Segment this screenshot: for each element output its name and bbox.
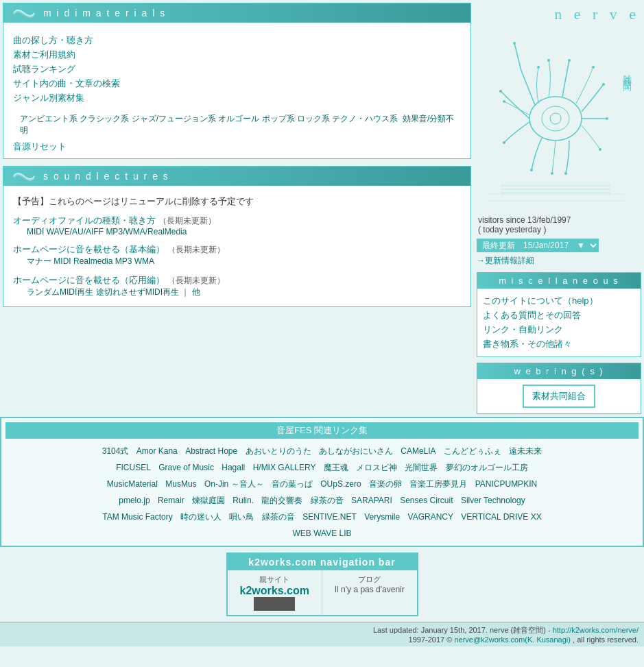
midi-nav-link-0[interactable]: 曲の探し方・聴き方 (13, 35, 93, 45)
fes-link-3104[interactable]: 3104式 (102, 446, 129, 456)
fes-link-onoha[interactable]: 音の葉っぱ (272, 479, 313, 489)
fes-link-tam[interactable]: TAM Music Factory (102, 512, 172, 522)
fes-link-sentive[interactable]: SENTIVE.NET (302, 512, 357, 522)
fes-link-webwave[interactable]: WEB WAVE LIB (292, 529, 351, 538)
midi-nav-link-4[interactable]: ジャンル別素材集 (13, 93, 84, 103)
misc-links: このサイトについて（help） よくある質問とその回答 リンク・自動リンク 書き… (477, 289, 641, 356)
lecture-sub-link-2-0[interactable]: ランダムMIDI再生 (27, 287, 93, 297)
svg-point-8 (513, 42, 516, 45)
fes-link-grave[interactable]: Grave of Music (158, 463, 214, 472)
genre-link-orgel[interactable]: オルゴール (218, 114, 259, 123)
fes-link-amor[interactable]: Amor Kana (136, 446, 178, 456)
fes-link-toumikai[interactable]: 遠未未来 (509, 446, 542, 456)
fes-link-musmus[interactable]: MusMus (165, 479, 196, 489)
fes-link-ashinaga[interactable]: あしながおにいさん (319, 446, 393, 456)
fes-header: 音屋FES 関連リンク集 (5, 422, 639, 439)
fes-link-vagrancy[interactable]: VAGRANCY (408, 512, 453, 522)
fes-link-ficusel[interactable]: FICUSEL (116, 463, 151, 472)
misc-link-0[interactable]: このサイトについて（help） (483, 295, 598, 306)
lecture-sub-link-1-3[interactable]: MP3 (115, 256, 132, 266)
lecture-link-2[interactable]: ホームページに音を載せる（応用編） (13, 275, 165, 285)
footer-nerve-url[interactable]: http://k2works.com/nerve/ (553, 626, 639, 634)
fes-link-silver[interactable]: Silver Technology (461, 496, 525, 505)
lecture-link-0[interactable]: オーディオファイルの種類・聴き方 (13, 215, 156, 226)
genre-link-techno[interactable]: テクノ・ハウス系 (332, 114, 398, 123)
misc-link-2[interactable]: リンク・自動リンク (483, 324, 563, 335)
k2works-site-name: k2works.com (232, 585, 318, 597)
fes-link-toki[interactable]: 時の迷い人 (180, 512, 222, 522)
misc-link-item-0: このサイトについて（help） (483, 295, 635, 307)
midi-nav-list: 曲の探し方・聴き方 素材ご利用規約 試聴ランキング サイト内の曲・文章の検索 ジ… (13, 28, 461, 110)
misc-link-1[interactable]: よくある質問とその回答 (483, 310, 581, 320)
lecture-sub-link-1-1[interactable]: MIDI (53, 256, 71, 266)
fes-link-onjin[interactable]: On-Jin ～音人～ (204, 479, 264, 489)
lecture-sub-link-1-0[interactable]: マナー (27, 256, 51, 266)
midi-nav-item-1: 素材ご利用規約 (13, 49, 461, 61)
fes-link-hagall[interactable]: Hagall (222, 463, 245, 472)
lecture-sub-2: ランダムMIDI再生 途切れさせずMIDI再生 ｜ 他 (27, 287, 461, 298)
fes-link-verysmile[interactable]: Verysmile (364, 512, 400, 522)
fes-link-orgel[interactable]: 夢幻のオルゴール工房 (446, 463, 528, 472)
fes-link-hmix[interactable]: H/MIX GALLERY (253, 463, 316, 472)
lecture-link-1[interactable]: ホームページに音を載せる（基本編） (13, 244, 165, 254)
midi-nav-link-1[interactable]: 素材ご利用規約 (13, 49, 75, 60)
k2works-parent-link[interactable]: k2works.com (232, 585, 318, 608)
fes-link-vdxx[interactable]: VERTICAL DRIVE XX (461, 512, 541, 522)
misc-link-3[interactable]: 書き物系・その他諸々 (483, 339, 572, 349)
fes-link-yukimi[interactable]: 音楽工房夢見月 (409, 479, 467, 489)
fes-link-kondo[interactable]: こんどどぅふぇ (444, 446, 501, 456)
fes-link-merosupi[interactable]: メロスピ神 (356, 463, 397, 472)
midi-nav-link-2[interactable]: 試聴ランキング (13, 64, 75, 74)
fes-link-ryokucha2[interactable]: 緑茶の音 (262, 512, 295, 522)
genre-link-classic[interactable]: クラシック系 (80, 114, 129, 123)
sound-reset-link[interactable]: 音源リセット (13, 141, 461, 153)
k2works-box: k2works.com navigation bar 親サイト k2works.… (226, 553, 418, 616)
lecture-sub-link-1-2[interactable]: Realmedia (73, 256, 112, 266)
webring-header: w e b r i n g ( s ) (477, 363, 641, 379)
midi-nav-item-4: ジャンル別素材集 (13, 92, 461, 104)
fes-link-pmelo[interactable]: pmelo.jp (119, 496, 150, 505)
fes-link-sarapari[interactable]: SARAPARI (351, 496, 392, 505)
lecture-sub-link-1-4[interactable]: WMA (134, 256, 154, 266)
fes-link-rengoku[interactable]: 煉獄庭園 (192, 496, 225, 505)
midi-nav-link-3[interactable]: サイト内の曲・文章の検索 (13, 78, 120, 88)
visitors-text: visitors since 13/feb/1997 (478, 215, 640, 225)
lecture-sub-link-0-0[interactable]: MIDI (27, 227, 44, 237)
misc-section: m i s c e l l a n e o u s このサイトについて（help… (477, 272, 641, 357)
fes-link-senses[interactable]: Senses Circuit (400, 496, 453, 505)
lecture-sub-link-2-2[interactable]: 他 (192, 287, 200, 297)
lecture-sub-link-0-1[interactable]: WAVE/AU/AIFF (47, 227, 104, 237)
misc-link-item-2: リンク・自動リンク (483, 324, 635, 336)
fes-link-remair[interactable]: Remair (158, 496, 184, 505)
lecture-sub-link-2-1[interactable]: 途切れさせずMIDI再生 (96, 287, 179, 297)
fes-link-musicmaterial[interactable]: MusicMaterial (107, 479, 158, 489)
last-update-select[interactable]: 最終更新 15/Jan/2017 ▼ (477, 239, 599, 252)
webring-section: w e b r i n g ( s ) 素材共同組合 (477, 363, 641, 414)
fes-link-panic[interactable]: PANICPUMPKIN (475, 479, 537, 489)
fes-link-ongakutamago[interactable]: 音楽の卵 (369, 479, 402, 489)
genre-link-jazz[interactable]: ジャズ/フュージョン系 (132, 114, 216, 123)
fes-link-ryokucha[interactable]: 緑茶の音 (311, 496, 344, 505)
fes-link-hikari[interactable]: 光闇世界 (405, 463, 438, 472)
svg-point-14 (606, 117, 608, 120)
lecture-sub-link-0-2[interactable]: MP3/WMA/RealMedia (106, 227, 187, 237)
fes-link-abstract[interactable]: Abstract Hope (185, 446, 237, 456)
k2works-blog-link[interactable]: Il n'y a pas d'avenir (335, 585, 405, 594)
fes-link-maoudamashii[interactable]: 魔王魂 (324, 463, 348, 472)
webring-badge[interactable]: 素材共同組合 (523, 385, 595, 408)
k2works-parent-item: 親サイト k2works.com (228, 570, 323, 615)
fes-link-utai[interactable]: 唄い鳥 (229, 512, 254, 522)
update-detail-link[interactable]: →更新情報詳細 (477, 256, 534, 265)
fes-link-ryuu[interactable]: 龍的交響奏 (261, 496, 302, 505)
genre-link-rock[interactable]: ロック系 (297, 114, 330, 123)
genre-link-pop[interactable]: ポップ系 (262, 114, 295, 123)
misc-header: m i s c e l l a n e o u s (477, 273, 641, 289)
fes-link-aoi[interactable]: あおいとりのうた (246, 446, 311, 456)
fes-link-rulin[interactable]: Rulin. (232, 496, 254, 505)
footer-email-link[interactable]: nerve@k2works.com(K. Kusanagi) (454, 635, 571, 644)
genre-link-ambient[interactable]: アンビエント系 (20, 114, 77, 123)
fes-link-oups[interactable]: OUpS.zero (320, 479, 361, 489)
svg-point-13 (602, 83, 605, 86)
fes-link-camelia[interactable]: CAMeLIA (401, 446, 436, 456)
footer-rights: , all rights reserved. (573, 635, 639, 644)
